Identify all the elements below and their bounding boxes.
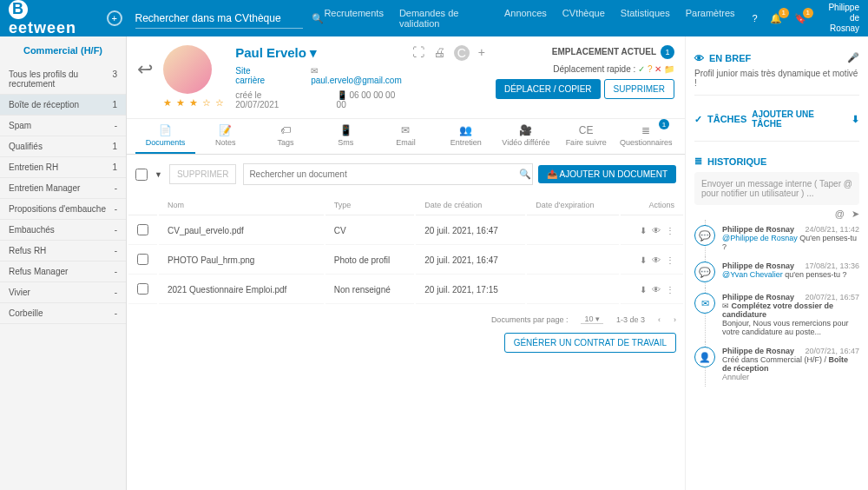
question-icon[interactable]: ? — [648, 64, 653, 74]
avatar — [163, 45, 212, 94]
next-page-icon[interactable]: › — [674, 315, 676, 324]
delete-docs-button[interactable]: SUPPRIMER — [169, 164, 236, 184]
nav-recrutements[interactable]: Recrutements — [324, 8, 383, 29]
download-icon[interactable]: ⬇ — [852, 114, 859, 125]
sidebar-item[interactable]: Embauchés- — [0, 220, 126, 241]
sidebar-item[interactable]: Spam- — [0, 116, 126, 136]
sidebar-item[interactable]: Tous les profils du recrutement3 — [0, 64, 126, 95]
prev-page-icon[interactable]: ‹ — [658, 315, 661, 324]
at-icon[interactable]: @ — [835, 209, 845, 220]
sidebar-item[interactable]: Entretien Manager- — [0, 178, 126, 199]
tag-notif-icon[interactable]: 🔖1 — [794, 13, 806, 24]
location-title: EMPLACEMENT ACTUEL — [552, 47, 656, 56]
add-icon[interactable]: + — [107, 10, 122, 26]
send-icon[interactable]: ➤ — [852, 209, 859, 220]
eye-icon[interactable]: 👁 — [652, 285, 661, 295]
circle-c-icon[interactable]: C — [454, 45, 470, 61]
download-icon[interactable]: ⬇ — [640, 285, 647, 295]
search-icon[interactable]: 🔍 — [312, 13, 324, 24]
brand-logo: Beetween — [9, 0, 93, 37]
folder-icon[interactable]: 📁 — [664, 64, 674, 74]
brief-title: EN BREF — [709, 53, 751, 63]
brief-text: Profil junior mais très dynamique et mot… — [694, 69, 859, 88]
sidebar-item[interactable]: Corbeille- — [0, 303, 126, 324]
email-link[interactable]: ✉ paul.ervelo@gmail.com — [311, 66, 402, 85]
site-link[interactable]: Site carrière — [235, 66, 276, 85]
brief-icon: 👁 — [694, 53, 704, 63]
sidebar-item[interactable]: Boîte de réception1 — [0, 95, 126, 116]
sidebar-item[interactable]: Refus Manager- — [0, 262, 126, 282]
eye-icon[interactable]: 👁 — [652, 255, 661, 265]
nav-stats[interactable]: Statistiques — [621, 8, 670, 29]
top-bar: Beetween + Rechercher dans ma CVthèque 🔍… — [0, 0, 868, 36]
nav-annonces[interactable]: Annonces — [504, 8, 547, 29]
eye-icon[interactable]: 👁 — [652, 226, 661, 235]
message-input[interactable]: Envoyer un message interne ( Taper @ pou… — [694, 172, 859, 205]
history-icon: ≣ — [694, 156, 702, 167]
add-task-link[interactable]: AJOUTER UNE TÂCHE — [752, 109, 841, 129]
sidebar-item[interactable]: Refus RH- — [0, 241, 126, 262]
delete-profile-button[interactable]: SUPPRIMER — [604, 79, 674, 99]
download-icon[interactable]: ⬇ — [640, 255, 647, 265]
back-icon[interactable]: ↩ — [137, 45, 153, 81]
move-copy-button[interactable]: DÉPLACER / COPIER — [496, 79, 601, 99]
current-user[interactable]: Philippede Rosnay — [819, 3, 859, 34]
sidebar-item[interactable]: Qualifiés1 — [0, 136, 126, 157]
tab-documents[interactable]: 📄Documents — [135, 119, 195, 154]
right-panel: 👁EN BREF🎤 Profil junior mais très dynami… — [686, 36, 868, 490]
profile-name[interactable]: Paul Ervelo ▾ — [235, 45, 402, 61]
documents-table: Nom Type Date de création Date d'expirat… — [127, 194, 685, 306]
check-icon[interactable]: ✓ — [638, 64, 645, 74]
history-item: 💬Philippe de Rosnay24/08/21, 11:42@Phili… — [705, 220, 859, 256]
tab-faire suivre[interactable]: CEFaire suivre — [556, 119, 616, 154]
history-item: 💬Philippe de Rosnay17/08/21, 13:36@Yvan … — [705, 256, 859, 288]
generate-contract-button[interactable]: GÉNÉRER UN CONTRAT DE TRAVAIL — [504, 333, 676, 353]
add-document-button[interactable]: 📤 AJOUTER UN DOCUMENT — [538, 165, 676, 183]
per-page-select[interactable]: 10 ▾ — [581, 315, 603, 324]
nav-params[interactable]: Paramètres — [686, 8, 735, 29]
global-search[interactable]: Rechercher dans ma CVthèque — [135, 9, 304, 29]
nav-cvtheque[interactable]: CVthèque — [562, 8, 605, 29]
doc-search-input[interactable] — [243, 163, 533, 185]
col-exp: Date d'expiration — [527, 195, 618, 215]
page-range: 1-3 de 3 — [616, 315, 645, 324]
select-all-checkbox[interactable] — [135, 169, 148, 181]
tab-tags[interactable]: 🏷Tags — [255, 119, 315, 154]
more-icon[interactable]: ⋮ — [666, 285, 674, 295]
tab-email[interactable]: ✉Email — [376, 119, 436, 154]
mic-icon[interactable]: 🎤 — [847, 52, 859, 63]
tasks-icon: ✓ — [694, 114, 702, 125]
col-type: Type — [326, 195, 415, 215]
bell-icon[interactable]: 🔔1 — [770, 13, 782, 24]
sidebar-item[interactable]: Entretien RH1 — [0, 157, 126, 178]
chevron-down-icon[interactable]: ▼ — [155, 170, 162, 179]
more-icon[interactable]: ⋮ — [666, 255, 674, 265]
print-icon[interactable]: 🖨 — [433, 45, 445, 61]
help-icon[interactable]: ? — [753, 13, 758, 23]
tab-sms[interactable]: 📱Sms — [316, 119, 376, 154]
download-icon[interactable]: ⬇ — [640, 226, 647, 235]
tab-questionnaires[interactable]: ≣Questionnaires1 — [616, 119, 676, 154]
profile-tabs: 📄Documents📝Notes🏷Tags📱Sms✉Email👥Entretie… — [127, 119, 685, 155]
reject-icon[interactable]: ✕ — [654, 64, 661, 74]
location-count: 1 — [661, 45, 674, 59]
sidebar: Commercial (H/F) Tous les profils du rec… — [0, 36, 127, 490]
sidebar-item[interactable]: Propositions d'embauche- — [0, 199, 126, 220]
tab-entretien[interactable]: 👥Entretien — [436, 119, 496, 154]
plus-icon[interactable]: + — [478, 45, 485, 61]
row-checkbox[interactable] — [137, 254, 148, 265]
history-item: ✉Philippe de Rosnay20/07/21, 16:57✉ Comp… — [705, 288, 859, 341]
row-checkbox[interactable] — [137, 224, 148, 235]
sidebar-item[interactable]: Vivier- — [0, 282, 126, 303]
more-icon[interactable]: ⋮ — [666, 226, 674, 235]
nav-validation[interactable]: Demandes de validation — [399, 8, 489, 29]
per-page-label: Documents par page : — [491, 315, 569, 324]
row-checkbox[interactable] — [137, 283, 148, 295]
search-icon[interactable]: 🔍 — [519, 169, 531, 180]
expand-icon[interactable]: ⛶ — [412, 45, 424, 61]
rating-stars[interactable]: ★ ★ ★ ☆ ☆ — [163, 97, 225, 109]
tab-vidéo différée[interactable]: 🎥Vidéo différée — [496, 119, 556, 154]
tab-notes[interactable]: 📝Notes — [195, 119, 255, 154]
phone: 📱 06 00 00 00 00 — [337, 90, 402, 109]
col-actions: Actions — [621, 195, 683, 215]
